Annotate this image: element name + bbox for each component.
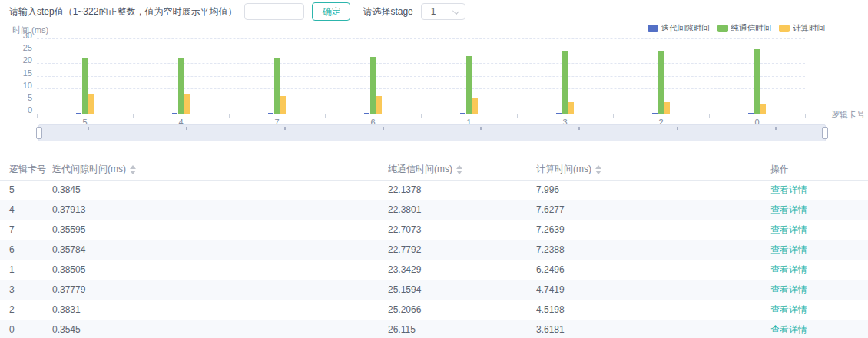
bar-计算时间-card0 <box>760 104 766 114</box>
bar-计算时间-card4 <box>184 94 190 114</box>
cell-action: 查看详情 <box>770 180 868 200</box>
cell-col1: 0.37779 <box>52 280 388 300</box>
confirm-button[interactable]: 确定 <box>312 2 350 21</box>
bar-计算时间-card5 <box>88 94 94 114</box>
legend-item-0[interactable]: 迭代间隙时间 <box>648 23 710 34</box>
step-input-label: 请输入step值（1~322的正整数，值为空时展示平均值） <box>9 5 237 18</box>
view-details-link[interactable]: 查看详情 <box>770 184 807 195</box>
stage-select[interactable]: 1 <box>421 3 465 20</box>
bar-迭代间隙时间-card0 <box>748 113 754 114</box>
column-header-label: 纯通信时间(ms) <box>388 164 452 174</box>
column-header-2[interactable]: 纯通信时间(ms) <box>388 160 536 180</box>
datazoom-data-mark <box>578 127 580 130</box>
cell-col2: 22.7792 <box>388 240 536 260</box>
gridline <box>37 63 805 64</box>
cell-col1: 0.35595 <box>52 220 388 240</box>
view-details-link[interactable]: 查看详情 <box>770 224 807 235</box>
y-tick-label: 10 <box>5 81 32 90</box>
y-tick-label: 20 <box>5 55 32 65</box>
cell-col3: 7.2388 <box>536 240 770 260</box>
bar-纯通信时间-card4 <box>178 58 184 114</box>
x-axis-tick <box>37 114 38 118</box>
cell-col0: 1 <box>0 260 52 280</box>
cell-col0: 4 <box>0 200 52 220</box>
x-axis-tick <box>805 114 806 118</box>
view-details-link[interactable]: 查看详情 <box>770 244 807 255</box>
datazoom-data-mark <box>775 127 777 130</box>
bar-迭代间隙时间-card1 <box>460 113 465 114</box>
cell-col2: 23.3429 <box>388 260 536 280</box>
view-details-link[interactable]: 查看详情 <box>770 304 807 315</box>
cell-col1: 0.3845 <box>52 180 388 200</box>
view-details-link[interactable]: 查看详情 <box>770 204 807 215</box>
sort-descending-icon[interactable] <box>130 171 136 174</box>
sort-ascending-icon[interactable] <box>456 165 462 169</box>
cell-action: 查看详情 <box>770 320 868 338</box>
datazoom-data-mark <box>88 127 89 130</box>
sort-ascending-icon[interactable] <box>130 165 136 169</box>
legend-label: 迭代间隙时间 <box>661 23 710 34</box>
controls-bar: 请输入step值（1~322的正整数，值为空时展示平均值） 确定 请选择stag… <box>0 0 868 23</box>
cell-action: 查看详情 <box>770 240 868 260</box>
x-axis-tick <box>133 114 134 118</box>
bar-纯通信时间-card3 <box>562 51 568 114</box>
cell-col1: 0.35784 <box>52 240 388 260</box>
bar-纯通信时间-card1 <box>466 56 472 114</box>
column-header-1[interactable]: 迭代间隙时间(ms) <box>52 160 388 180</box>
column-header-3[interactable]: 计算时间(ms) <box>536 160 770 180</box>
column-header-label: 操作 <box>770 164 789 174</box>
datazoom-slider[interactable] <box>38 124 826 141</box>
bar-纯通信时间-card2 <box>658 51 664 114</box>
bar-迭代间隙时间-card3 <box>556 113 562 114</box>
sort-descending-icon[interactable] <box>456 171 462 174</box>
gridline <box>37 51 805 51</box>
x-axis-tick <box>229 114 230 118</box>
x-axis-tick <box>517 114 518 118</box>
table-row-card6: 60.3578422.77927.2388查看详情 <box>0 240 868 260</box>
legend-label: 计算时间 <box>793 23 825 34</box>
datazoom-left-handle[interactable] <box>36 127 42 139</box>
chevron-down-icon <box>452 8 459 15</box>
cell-col0: 6 <box>0 240 52 260</box>
view-details-link[interactable]: 查看详情 <box>770 264 807 275</box>
cell-col2: 25.1594 <box>388 280 536 300</box>
gridline <box>37 88 805 89</box>
sort-icon <box>595 165 601 174</box>
view-details-link[interactable]: 查看详情 <box>770 284 807 295</box>
gridline <box>37 38 805 39</box>
sort-ascending-icon[interactable] <box>595 165 601 169</box>
y-tick-label: 25 <box>5 43 32 52</box>
table-row-card7: 70.3559522.70737.2639查看详情 <box>0 220 868 240</box>
cell-col3: 7.2639 <box>536 220 770 240</box>
column-header-label: 计算时间(ms) <box>536 164 591 174</box>
column-header-label: 逻辑卡号 <box>9 164 46 174</box>
cell-col3: 7.6277 <box>536 200 770 220</box>
metrics-table-block: 逻辑卡号迭代间隙时间(ms)纯通信时间(ms)计算时间(ms)操作 50.384… <box>0 160 868 338</box>
sort-descending-icon[interactable] <box>595 171 601 174</box>
stage-select-label: 请选择stage <box>363 5 412 18</box>
y-tick-label: 0 <box>5 105 32 114</box>
legend-item-1[interactable]: 纯通信时间 <box>717 23 772 34</box>
cell-col2: 25.2066 <box>388 300 536 320</box>
legend-item-2[interactable]: 计算时间 <box>779 23 825 34</box>
metrics-table: 逻辑卡号迭代间隙时间(ms)纯通信时间(ms)计算时间(ms)操作 50.384… <box>0 160 868 338</box>
bar-纯通信时间-card6 <box>370 57 376 114</box>
bar-纯通信时间-card5 <box>82 58 88 114</box>
bar-计算时间-card2 <box>664 102 670 114</box>
table-row-card5: 50.384522.13787.996查看详情 <box>0 180 868 200</box>
view-details-link[interactable]: 查看详情 <box>770 324 807 335</box>
table-row-card2: 20.383125.20664.5198查看详情 <box>0 300 868 320</box>
stage-select-value: 1 <box>431 6 436 17</box>
datazoom-data-mark <box>383 127 384 130</box>
y-tick-label: 30 <box>5 31 32 40</box>
chart-legend: 迭代间隙时间纯通信时间计算时间 <box>648 23 826 34</box>
cell-col1: 0.38505 <box>52 260 388 280</box>
datazoom-data-mark <box>480 127 482 130</box>
sort-icon <box>456 165 462 174</box>
x-axis-tick <box>421 114 422 118</box>
step-input[interactable] <box>244 3 304 20</box>
cell-col2: 22.1378 <box>388 180 536 200</box>
datazoom-right-handle[interactable] <box>822 127 828 139</box>
cell-col1: 0.3831 <box>52 300 388 320</box>
y-tick-label: 15 <box>5 68 32 78</box>
